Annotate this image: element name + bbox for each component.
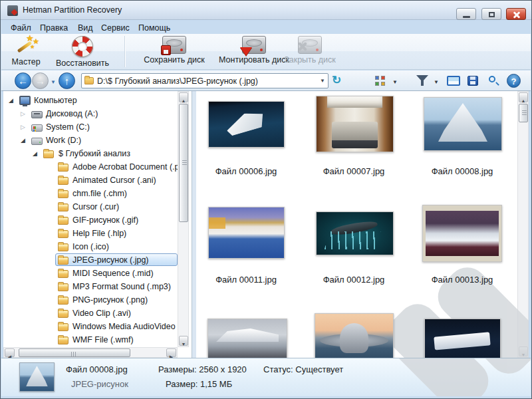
toolbar-separator xyxy=(125,36,126,67)
app-icon xyxy=(7,5,18,16)
thumbnail-file-00011[interactable] xyxy=(208,207,285,259)
tree-item-computer[interactable]: Компьютер xyxy=(3,94,192,107)
file-label: Файл 00006.jpg xyxy=(196,166,296,176)
tree-item-gif[interactable]: GIF-рисунок (.gif) xyxy=(3,213,192,227)
filter-dropdown-icon[interactable]: ▼ xyxy=(434,79,439,85)
tree-item-mid[interactable]: MIDI Sequence (.mid) xyxy=(3,267,192,280)
tree-item-drive-d[interactable]: Work (D:) xyxy=(3,134,192,147)
folder-icon xyxy=(58,164,68,172)
thumbnail-file-00013[interactable] xyxy=(422,205,502,262)
folder-icon xyxy=(58,297,68,305)
scroll-up-button[interactable]: ▲ xyxy=(179,92,188,102)
floppy-drive-icon xyxy=(31,111,43,118)
close-button[interactable] xyxy=(506,8,526,20)
minimize-icon xyxy=(463,16,470,18)
magic-wand-icon: ★★★ xyxy=(14,36,38,56)
close-disk-button: Закрыть диск xyxy=(283,36,336,68)
menu-file[interactable]: Файл xyxy=(8,22,34,34)
tree-vertical-scrollbar[interactable]: ▲ ▼ xyxy=(178,91,189,347)
recover-button[interactable]: Восстановить xyxy=(49,36,116,68)
folder-icon xyxy=(58,203,68,211)
up-button[interactable]: ↑ xyxy=(59,72,75,89)
tree-item-wmv[interactable]: Windows Media AudioVideo fil xyxy=(3,320,192,333)
wizard-button[interactable]: ★★★ Мастер xyxy=(5,36,47,68)
lifebuoy-icon xyxy=(72,36,93,57)
tree-item-wmf[interactable]: WMF File (.wmf) xyxy=(3,333,192,346)
back-button[interactable]: ← xyxy=(15,72,31,89)
search-icon[interactable] xyxy=(489,76,495,82)
status-field: Статус: Существует xyxy=(263,364,343,374)
tree-item-png[interactable]: PNG-рисунок (.png) xyxy=(3,293,192,307)
main-area: Компьютер Дисковод (A:) System (C:) Work… xyxy=(3,91,529,358)
folder-icon xyxy=(84,77,94,84)
help-icon[interactable]: ? xyxy=(507,74,521,88)
folder-icon xyxy=(58,270,68,278)
menu-edit[interactable]: Правка xyxy=(37,22,70,34)
expander-icon[interactable] xyxy=(21,110,27,117)
preview-icon[interactable] xyxy=(447,76,460,86)
thumbnail-image[interactable] xyxy=(315,313,394,358)
history-dropdown-icon[interactable]: ▼ xyxy=(51,79,56,85)
tree-item-drive-c[interactable]: System (C:) xyxy=(3,120,192,134)
view-mode-dropdown-icon[interactable]: ▼ xyxy=(392,79,398,85)
disk-save-icon xyxy=(162,36,186,54)
scroll-left-button[interactable]: ◀ xyxy=(5,348,15,357)
save-disk-button[interactable]: Сохранить диск xyxy=(142,36,206,68)
folder-icon xyxy=(58,177,68,185)
save-icon[interactable] xyxy=(467,76,478,86)
address-input[interactable]: D:\$ Глубокий анализ\JPEG-рисунок (.jpg)… xyxy=(81,73,329,88)
tree-item-jpg-selected[interactable]: JPEG-рисунок (.jpg) xyxy=(3,253,192,267)
window-title: Hetman Partition Recovery xyxy=(23,5,122,15)
menu-help[interactable]: Помощь xyxy=(136,22,173,34)
refresh-icon[interactable]: ↻ xyxy=(332,73,341,87)
tree-item-pdf[interactable]: Adobe Acrobat Document (.pdf xyxy=(3,160,192,174)
tree-item-ico[interactable]: Icon (.ico) xyxy=(3,240,192,253)
thumbnail-file-00006[interactable] xyxy=(208,101,285,148)
tree-horizontal-scrollbar[interactable]: ◀ ▶ xyxy=(3,347,178,358)
expander-icon[interactable] xyxy=(21,124,27,130)
menu-tools[interactable]: Сервис xyxy=(98,22,132,34)
thumbnail-image[interactable] xyxy=(207,319,287,358)
scroll-right-button[interactable]: ▶ xyxy=(166,348,176,357)
folder-icon xyxy=(58,230,68,238)
tree-item-hlp[interactable]: Help File (.hlp) xyxy=(3,227,192,240)
folder-icon xyxy=(58,190,68,198)
expander-icon[interactable] xyxy=(9,97,15,104)
tree-item-ani[interactable]: Animated Cursor (.ani) xyxy=(3,174,192,187)
thumbnail-file-00008[interactable] xyxy=(424,97,502,151)
minimize-button[interactable] xyxy=(456,8,476,20)
maximize-icon xyxy=(489,12,495,17)
tree-item-mp3[interactable]: MP3 Format Sound (.mp3) xyxy=(3,280,192,293)
folder-icon xyxy=(58,283,68,291)
menu-view[interactable]: Вид xyxy=(75,22,96,34)
maximize-button[interactable] xyxy=(481,8,501,20)
selected-file-preview xyxy=(19,362,55,392)
tree-item-deep-analysis[interactable]: $ Глубокий анализ xyxy=(3,147,192,160)
menubar: Файл Правка Вид Сервис Помощь xyxy=(1,20,531,34)
expander-icon[interactable] xyxy=(33,150,39,157)
tree-item-avi[interactable]: Video Clip (.avi) xyxy=(3,307,192,320)
scrollbar-thumb[interactable] xyxy=(519,104,528,122)
scrollbar-thumb[interactable] xyxy=(19,348,130,357)
view-mode-icon[interactable] xyxy=(375,76,385,86)
expander-icon[interactable] xyxy=(21,137,27,144)
computer-icon xyxy=(19,96,31,105)
thumbnail-file-00012[interactable] xyxy=(316,211,394,255)
address-dropdown-icon[interactable]: ▼ xyxy=(320,78,325,84)
file-label: Файл 00013.jpg xyxy=(412,275,512,285)
tree-item-drive-a[interactable]: Дисковод (A:) xyxy=(3,107,192,120)
thumbnail-file-00007[interactable] xyxy=(316,96,394,152)
dimensions-field: Размеры: 2560 x 1920 xyxy=(158,364,247,374)
scroll-down-button[interactable]: ▼ xyxy=(179,336,188,346)
filter-icon[interactable] xyxy=(416,75,428,82)
file-label: Файл 00012.jpg xyxy=(304,275,404,285)
folder-icon xyxy=(43,150,54,158)
tree-item-chm[interactable]: chm.file (.chm) xyxy=(3,187,192,200)
address-path: D:\$ Глубокий анализ\JPEG-рисунок (.jpg) xyxy=(97,76,317,86)
scrollbar-thumb[interactable] xyxy=(179,104,188,222)
scroll-up-button[interactable]: ▲ xyxy=(519,92,528,102)
thumbnail-image[interactable] xyxy=(424,319,501,358)
tree-item-cur[interactable]: Cursor (.cur) xyxy=(3,200,192,213)
file-label: Файл 00008.jpg xyxy=(412,166,512,176)
addressbar: ← → ▼ ↑ D:\$ Глубокий анализ\JPEG-рисуно… xyxy=(1,70,531,91)
